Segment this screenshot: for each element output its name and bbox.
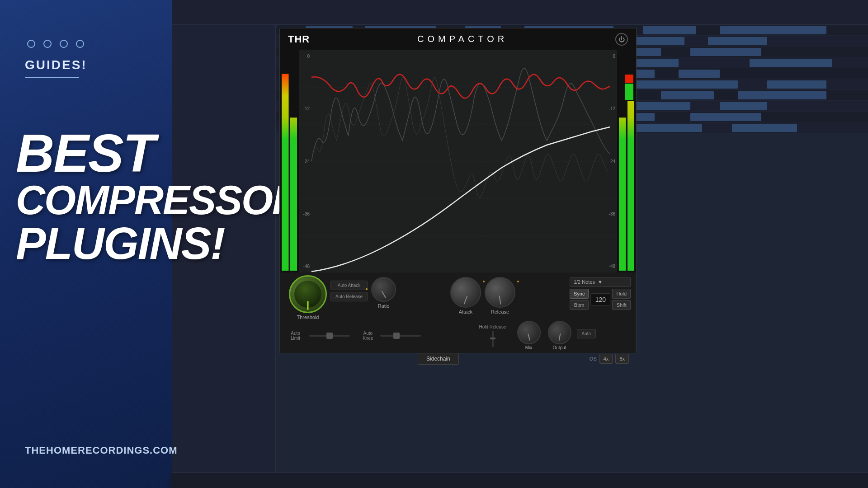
ratio-label: Ratio	[378, 303, 390, 309]
vu-bar-left-1	[282, 52, 289, 271]
guides-label: GUIDES!	[25, 58, 87, 72]
sync-button[interactable]: Sync	[570, 289, 589, 299]
dot-3	[60, 40, 68, 48]
shift-button[interactable]: Shift	[612, 300, 631, 310]
auto-attack-button[interactable]: Auto Attack	[330, 281, 368, 290]
release-label: Release	[491, 309, 509, 314]
auto-attack-release-group: Auto Attack Auto Release	[330, 281, 368, 301]
os-4x-button[interactable]: 4x	[599, 354, 613, 364]
notes-selector[interactable]: 1/2 Notes ▼	[570, 277, 631, 287]
dot-2	[43, 40, 52, 48]
title-plugins: PLUGINS!	[16, 221, 301, 266]
dots-row	[27, 40, 84, 48]
mix-knob-group: Mix	[517, 321, 541, 350]
vu-bar-left-2	[290, 52, 297, 271]
notes-dropdown-icon: ▼	[598, 279, 603, 285]
ratio-sublabels: Auto Knee	[363, 331, 373, 341]
main-title: BEST COMPRESSOR PLUGINS!	[16, 127, 301, 266]
threshold-knob-group: Threshold	[289, 275, 327, 320]
daw-header	[172, 0, 868, 25]
bpm-value-display: 120	[590, 293, 610, 306]
hold-release-label: Hold Release	[479, 324, 506, 329]
vu-meter-left	[280, 50, 299, 272]
attack-indicator	[464, 296, 468, 304]
threshold-label: Threshold	[297, 314, 319, 320]
dot-1	[27, 40, 35, 48]
ratio-knob[interactable]	[371, 277, 396, 302]
hold-release-thumb	[490, 338, 495, 339]
auto-button[interactable]: Auto	[577, 329, 596, 338]
plugin-header: THR COMPACTOR ⏻	[280, 28, 636, 50]
guides-underline	[25, 77, 79, 78]
knee-slider[interactable]	[380, 335, 421, 337]
vu-clip-green	[625, 84, 633, 100]
hold-shift-group: Hold Shift	[612, 289, 631, 310]
os-group: OS 4x 8x	[590, 354, 629, 364]
title-compressor: COMPRESSOR	[16, 180, 301, 221]
ratio-slider-group	[380, 335, 421, 337]
auto-limit-group: Auto Limit	[291, 331, 300, 341]
ratio-knob-group: Ratio	[371, 277, 396, 309]
threshold-limit-label: Limit	[291, 336, 300, 341]
controls-row-2: Auto Limit Auto Knee	[285, 321, 631, 350]
title-best: BEST	[16, 127, 301, 180]
vu-clip-red	[625, 75, 633, 83]
threshold-sublabels: Auto Limit	[291, 331, 300, 341]
release-knob-group: Release	[485, 277, 515, 314]
plugin-name: COMPACTOR	[417, 34, 508, 44]
mix-indicator	[527, 333, 530, 341]
sidechain-button[interactable]: Sidechain	[418, 353, 459, 365]
attack-label: Attack	[459, 309, 473, 314]
output-knob[interactable]	[548, 321, 571, 344]
ratio-indicator	[381, 291, 386, 299]
threshold-slider-thumb	[326, 333, 333, 339]
mix-knob[interactable]	[517, 321, 541, 344]
dot-4	[76, 40, 84, 48]
release-dot	[517, 281, 519, 282]
power-button[interactable]: ⏻	[615, 33, 628, 46]
website-url: THEHOMERECORDINGS.COM	[25, 445, 178, 456]
plugin-window: THR COMPACTOR ⏻ 0 -12 -24 -36 -48 0 -12 …	[279, 28, 637, 353]
auto-release-button[interactable]: Auto Release	[330, 292, 368, 301]
controls-row-3: Sidechain OS 4x 8x	[285, 353, 631, 365]
attack-knob[interactable]	[450, 277, 481, 308]
sync-bpm-hold-row: Sync Bpm 120 Hold Shift	[570, 289, 631, 310]
os-8x-button[interactable]: 8x	[615, 354, 629, 364]
hold-release-slider[interactable]	[492, 331, 494, 347]
output-knob-group: Output	[548, 321, 571, 350]
notes-selector-value: 1/2 Notes	[574, 279, 595, 285]
right-controls-group: 1/2 Notes ▼ Sync Bpm 120 Hold Shift	[570, 277, 631, 310]
os-label: OS	[590, 356, 597, 361]
daw-bottom-bar	[172, 472, 868, 488]
plugin-logo: THR	[288, 33, 310, 45]
threshold-indicator	[307, 301, 309, 310]
threshold-auto-label: Auto	[291, 331, 300, 336]
release-knob[interactable]	[485, 277, 515, 308]
auto-button-group: Auto	[577, 329, 596, 338]
mix-label: Mix	[525, 345, 533, 350]
bpm-button[interactable]: Bpm	[570, 300, 589, 310]
controls-row-1: Threshold Auto Attack Auto Release Ratio	[285, 272, 631, 320]
release-indicator	[499, 296, 501, 305]
knee-slider-thumb	[393, 333, 400, 339]
hold-release-group: Hold Release	[479, 324, 506, 347]
ratio-knee-label: Knee	[363, 336, 373, 341]
threshold-knob[interactable]	[289, 275, 327, 313]
ratio-auto-label: Auto	[363, 331, 373, 336]
output-label: Output	[553, 345, 566, 350]
sync-bpm-group: Sync Bpm	[570, 289, 589, 310]
vu-clip-right	[624, 74, 634, 101]
output-indicator	[558, 333, 561, 341]
hold-button[interactable]: Hold	[612, 289, 631, 299]
attack-knob-group: Attack	[450, 277, 481, 314]
display-area: 0 -12 -24 -36 -48 0 -12 -24 -36 -48	[299, 50, 617, 272]
threshold-slider[interactable]	[309, 335, 350, 337]
controls-area: Threshold Auto Attack Auto Release Ratio	[280, 272, 636, 353]
waveform-display	[299, 50, 617, 272]
threshold-slider-group	[309, 335, 350, 337]
